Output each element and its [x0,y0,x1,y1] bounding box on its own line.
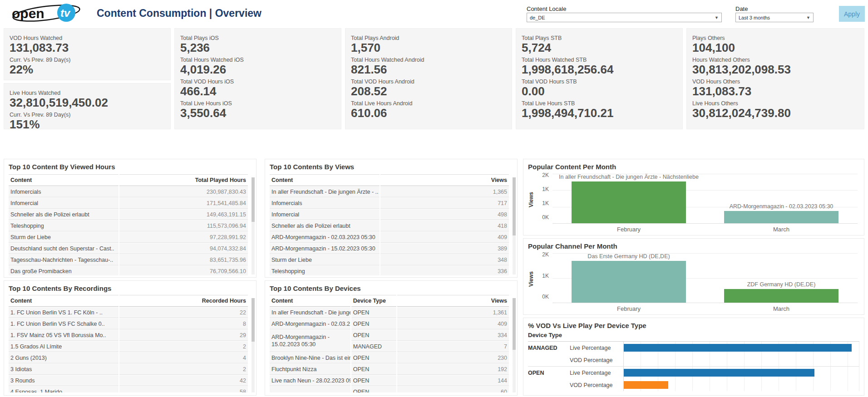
bar-march[interactable] [724,289,838,303]
column-header[interactable]: Total Played Hours [119,174,248,186]
device-label: MANAGED [528,342,570,366]
table-row[interactable]: Teleshopping336 [270,266,509,275]
table-row[interactable]: Tagesschau-Nachrichten - Tagesschau-..83… [9,255,248,265]
table-row[interactable]: 2 Guns (2013)4 [9,353,248,363]
bar-managed-live[interactable] [624,344,852,352]
kpi-label: Total VOD Hours STB [522,78,677,85]
kpi-label: Hours Watched Others [692,57,858,63]
table-row[interactable]: Brooklyn Nine-Nine - Das ist ein..OPEN23… [270,353,509,363]
table-row[interactable]: 1. FC Union Berlin VS 1. FC Köln - ..22 [9,307,248,318]
kpi-card-android: Total Plays Android 1,570 Total Hours Wa… [345,28,512,129]
bar-february[interactable] [572,181,686,223]
table-row[interactable]: In aller Freundschaft - Die junge..OPEN1… [270,307,509,318]
scrollbar-thumb[interactable] [513,298,516,350]
table-row[interactable]: Live nach Neun - 28.02.2023 09..OPEN144 [270,375,509,386]
kpi-sub-label: Curr. Vs Prev. 89 Day(s) [10,57,165,63]
column-header[interactable]: Views [397,295,509,307]
scrollbar[interactable] [513,298,516,392]
kpi-value: 610.06 [351,107,506,120]
table-row[interactable]: ARD-Morgenmagazin - 02.03.2..OPEN409 [270,319,509,329]
content-locale-select[interactable]: de_DE ▼ [527,13,722,22]
table-row[interactable]: Infomercials717 [270,198,509,209]
table-row[interactable]: Sturm der Liebe348 [270,255,509,265]
table-row[interactable]: 3 Rounds42 [9,375,248,386]
table-row[interactable]: 1.5 Grados Al Límite2 [9,341,248,352]
date-label: Date [735,5,748,12]
column-header[interactable]: Content [9,295,118,307]
kpi-value: 1,998,618,256.64 [522,63,677,76]
scrollbar[interactable] [252,177,255,274]
kpi-sub-value: 151% [10,118,165,129]
kpi-label: Total Hours Watched Android [351,57,506,63]
device-group-managed: MANAGED Live Percentage VOD Percentage [528,342,859,366]
date-select[interactable]: Last 3 months ▼ [735,13,814,22]
apply-button[interactable]: Apply [839,6,865,22]
kpi-value: 821.56 [351,63,506,76]
bar-open-vod[interactable] [624,381,668,389]
table-row[interactable]: ARD-Morgenmagazin - 02.03.2023 05:30409 [270,232,509,243]
kpi-value: 30,812,024,739.80 [692,107,858,120]
kpi-label: Total Plays iOS [180,35,335,41]
column-header[interactable]: Device Type [351,295,396,307]
table-row[interactable]: Schneller als die Polizei erlaubt418 [270,221,509,231]
kpi-value: 131,083.73 [10,41,165,54]
column-header[interactable]: Content [270,295,350,307]
table-row[interactable]: 4 Esposas, 1 Marido58 [9,387,248,392]
chart-title: Popular Channel Per Month [523,239,864,253]
x-axis-labels: February March [552,304,858,313]
kpi-value: 4,019.26 [180,63,335,76]
panel-devices: Top 10 Contents By Devices Content Devic… [265,280,518,396]
series-label: Live Percentage [570,345,623,351]
kpi-value: 3,550.64 [180,107,335,120]
column-header[interactable]: Content [9,174,118,186]
kpi-label: Live Hours Watched [10,90,165,96]
table-row[interactable]: ARD-Morgenmagazin - 15.02.2023 05:30OPEN… [270,330,509,341]
content-locale-value: de_DE [530,15,545,20]
table-row[interactable]: Sturm der LiebeOPEN60 [270,387,509,392]
table-row[interactable]: Infomercial498 [270,209,509,220]
table-row[interactable]: 3 Idiotas2 [9,364,248,375]
series-label: Live Percentage [570,370,623,376]
kpi-label: Total VOD Hours Android [351,78,506,85]
table-row[interactable]: Infomercial171,541,485.84 [9,198,248,209]
bar-february[interactable] [572,261,686,303]
panel-title: Top 10 Contents By Views [265,159,517,173]
table-row[interactable]: Teleshopping115,573,096.94 [9,221,248,231]
x-axis-labels: February March [552,225,858,233]
column-header[interactable]: Views [380,174,509,186]
kpi-label: Total Live Hours iOS [180,100,335,107]
bar-open-live[interactable] [624,369,814,377]
table-row[interactable]: 1. FSV Mainz 05 VS Vfl Borussia Mo..29 [9,330,248,341]
table-row[interactable]: In aller Freundschaft - Die jungen Ärzte… [270,186,509,197]
chevron-down-icon: ▼ [715,15,719,20]
kpi-label: Live Hours Others [692,100,858,107]
panel-popular-channel: Popular Channel Per Month Views 2K 1K 0K… [523,238,864,315]
table-row[interactable]: ARD-Morgenmagazin - 15.02.2023 05:30389 [270,243,509,254]
scrollbar-thumb[interactable] [513,177,516,235]
table-row[interactable]: Schneller als die Polizei erlaubt149,463… [9,209,248,220]
bar-label: In aller Freundschaft - Die jungen Ärzte… [559,174,699,180]
bar-label: Das Erste Germany HD (DE,DE) [587,253,670,260]
table-row[interactable]: Sturm der Liebe97,228,991.92 [9,232,248,243]
series-label: VOD Percentage [570,357,623,363]
scrollbar[interactable] [513,177,516,274]
chart-row: Live Percentage [570,342,859,354]
table-row[interactable]: Fluchtpunkt NizzaOPEN192 [270,364,509,375]
column-header[interactable]: Content [270,174,380,186]
table-row[interactable]: Infomercials230,987,830.43 [9,186,248,197]
scrollbar[interactable] [252,298,255,392]
scrollbar-thumb[interactable] [252,298,255,342]
scrollbar-thumb[interactable] [252,177,255,222]
chevron-down-icon: ▼ [806,15,810,20]
kpi-value: 5,724 [522,41,677,54]
table-row[interactable]: Das große Promibacken76,709,566.10 [9,266,248,275]
kpi-value: 1,998,494,710.21 [522,107,677,120]
date-value: Last 3 months [739,15,770,20]
kpi-card-vod-hours: VOD Hours Watched 131,083.73 Curr. Vs Pr… [4,28,171,80]
table-row[interactable]: 1. FC Union Berlin VS FC Schalke 0..8 [9,319,248,329]
device-group-open: OPEN Live Percentage VOD Percentage [528,366,859,391]
table-row[interactable]: Deutschland sucht den Superstar - Cast..… [9,243,248,254]
column-header[interactable]: Recorded Hours [119,295,248,307]
bar-march[interactable] [724,211,838,223]
bar-track [623,379,859,391]
